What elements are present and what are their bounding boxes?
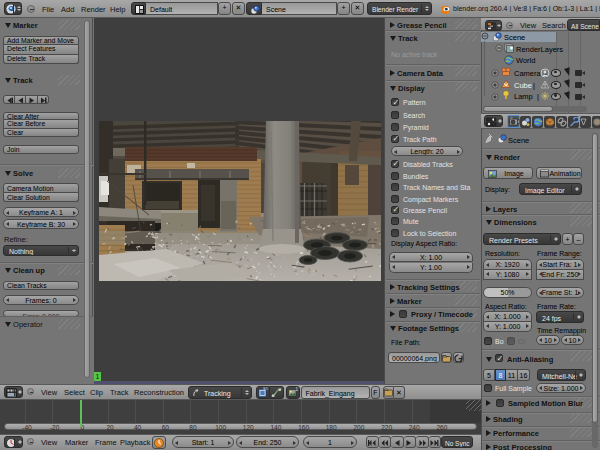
svg-text:S1: S1 <box>263 387 269 391</box>
svg-text:1: 1 <box>296 387 299 392</box>
